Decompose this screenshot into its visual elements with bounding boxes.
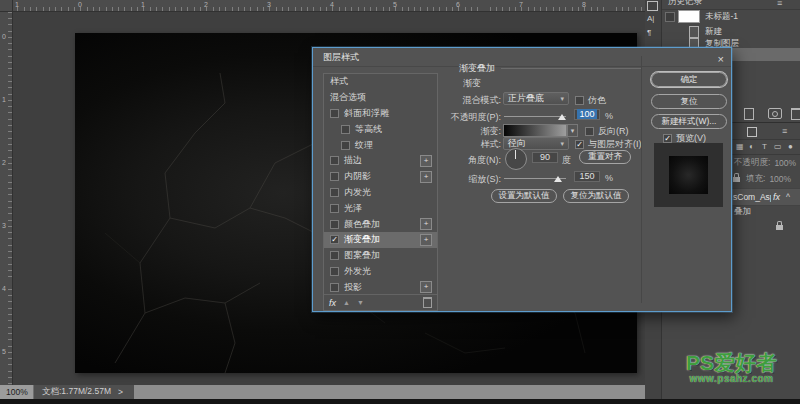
fx-badge-icon[interactable]: fx	[773, 192, 780, 202]
style-item-pattern-overlay[interactable]: 图案叠加	[324, 248, 437, 264]
gradient-swatch[interactable]	[503, 124, 567, 137]
layers-fill-value[interactable]: 100%	[769, 174, 791, 184]
checkbox[interactable]	[330, 204, 339, 213]
opacity-slider-thumb[interactable]	[558, 114, 566, 120]
new-document-from-state-icon[interactable]	[744, 108, 754, 120]
reset-default-button[interactable]: 复位为默认值	[563, 189, 629, 203]
style-preview-thumbnail	[654, 143, 723, 207]
history-doc-thumbnail	[678, 10, 700, 23]
checkbox[interactable]	[341, 141, 350, 150]
bottom-edge-strip	[0, 399, 800, 404]
gradient-picker-arrow-icon[interactable]: ▾	[567, 124, 578, 137]
delete-effect-icon[interactable]	[423, 297, 432, 308]
reset-button[interactable]: 复位	[651, 94, 727, 109]
move-down-icon[interactable]: ▼	[357, 299, 364, 306]
checkbox[interactable]	[330, 251, 339, 260]
scale-slider[interactable]	[504, 178, 566, 179]
add-instance-icon[interactable]: +	[420, 234, 432, 246]
ok-button[interactable]: 确定	[651, 72, 727, 87]
checkbox-checked[interactable]: ✓	[330, 235, 339, 244]
layers-panel-menu-icon[interactable]: ≡	[782, 126, 787, 136]
collapse-effects-icon[interactable]: ^	[786, 192, 790, 202]
filter-pixel-icon[interactable]: ▦	[736, 142, 744, 151]
angle-field[interactable]: 90	[532, 152, 558, 163]
layers-tab-icon[interactable]	[747, 127, 757, 137]
horizontal-ruler[interactable]: 1 0 1 2 3 4 5 6 7 8	[12, 0, 645, 12]
layers-opacity-value[interactable]: 100%	[774, 158, 796, 168]
move-up-icon[interactable]: ▲	[343, 299, 350, 306]
lock-all-icon[interactable]	[733, 177, 740, 182]
history-panel-menu-icon[interactable]: ≡	[777, 0, 782, 8]
dither-checkbox[interactable]: 仿色	[575, 94, 606, 107]
styles-list: 样式 混合选项 斜面和浮雕 等高线 纹理 描边 +	[323, 73, 438, 311]
style-item-inner-glow[interactable]: 内发光	[324, 185, 437, 201]
history-item-untitled[interactable]: 未标题-1	[662, 10, 800, 23]
filter-type-icon[interactable]: T	[762, 142, 767, 151]
background-lock-icon	[776, 225, 783, 230]
history-step-icon	[689, 26, 699, 38]
reverse-checkbox[interactable]: 反向(R)	[585, 125, 629, 138]
fx-icon[interactable]: fx	[329, 298, 336, 308]
zoom-level-field[interactable]: 100%	[0, 385, 34, 399]
angle-label: 角度(N):	[413, 154, 501, 167]
chevron-down-icon: ▾	[560, 140, 564, 148]
set-default-button[interactable]: 设置为默认值	[491, 189, 557, 203]
filter-shape-icon[interactable]: ▭	[774, 142, 782, 151]
checkbox[interactable]	[330, 188, 339, 197]
vertical-ruler[interactable]: 0 1 2 3 4 5	[0, 0, 13, 385]
status-chevron-icon[interactable]: >	[118, 385, 123, 399]
checkbox[interactable]	[330, 109, 339, 118]
close-icon[interactable]: ×	[718, 50, 724, 68]
style-item-outer-glow[interactable]: 外发光	[324, 264, 437, 280]
checkbox[interactable]	[330, 220, 339, 229]
paragraph-panel-icon[interactable]: ¶	[647, 28, 651, 37]
checkbox[interactable]	[330, 267, 339, 276]
scale-field[interactable]: 150	[574, 171, 600, 182]
new-snapshot-icon[interactable]	[768, 108, 782, 119]
filter-adjustment-icon[interactable]: ◐	[749, 142, 754, 151]
watermark: PS爱好者 www.psahz.com	[663, 352, 800, 384]
style-item-satin[interactable]: 光泽	[324, 200, 437, 216]
angle-dial[interactable]	[505, 148, 527, 170]
gradient-group-label: 渐变	[463, 77, 481, 90]
swatches-panel-icon[interactable]	[647, 1, 658, 11]
checkbox[interactable]	[330, 172, 339, 181]
scale-slider-thumb[interactable]	[554, 176, 562, 182]
style-item-gradient-overlay[interactable]: ✓ 渐变叠加 +	[324, 232, 437, 248]
new-style-button[interactable]: 新建样式(W)...	[651, 114, 727, 129]
style-label: 样式:	[413, 138, 501, 151]
blend-mode-label: 混合模式:	[413, 94, 501, 107]
checkbox[interactable]	[341, 125, 350, 134]
status-bar: 100% 文档:1.77M/2.57M >	[0, 385, 645, 399]
history-source-checkbox[interactable]	[665, 12, 675, 22]
reset-align-button[interactable]: 重置对齐	[579, 150, 631, 164]
add-instance-icon[interactable]: +	[420, 281, 432, 293]
character-panel-icon[interactable]: A|	[647, 14, 654, 23]
layer-style-dialog: 图层样式 × 样式 混合选项 斜面和浮雕 等高线 纹理	[312, 47, 732, 312]
chevron-down-icon: ▾	[560, 95, 564, 103]
opacity-slider[interactable]	[504, 116, 566, 117]
filter-toggle-icon[interactable]: ●	[788, 142, 793, 151]
style-item-color-overlay[interactable]: 颜色叠加 +	[324, 216, 437, 232]
checkbox[interactable]	[330, 156, 339, 165]
style-item-drop-shadow[interactable]: 投影 +	[324, 279, 437, 295]
layer-name[interactable]: sCom_AsphaltD...	[733, 192, 771, 202]
gradient-label: 渐变:	[413, 125, 501, 138]
opacity-field[interactable]: 100	[574, 109, 600, 120]
delete-state-icon[interactable]	[791, 108, 800, 120]
photoshop-window: 1 0 1 2 3 4 5 6 7 8 0 1 2 3 4 5	[0, 0, 800, 404]
opacity-label: 不透明度(P):	[413, 111, 501, 124]
blend-mode-select[interactable]: 正片叠底 ▾	[503, 92, 569, 105]
scale-label: 缩放(S):	[413, 173, 501, 186]
add-instance-icon[interactable]: +	[420, 218, 432, 230]
checkbox[interactable]	[330, 283, 339, 292]
ruler-corner	[0, 0, 13, 12]
dialog-title: 图层样式	[323, 52, 359, 62]
styles-list-header[interactable]: 样式	[324, 74, 437, 90]
styles-list-footer: fx ▲ ▼	[324, 294, 437, 310]
panel-section-title: 渐变叠加	[459, 62, 641, 75]
